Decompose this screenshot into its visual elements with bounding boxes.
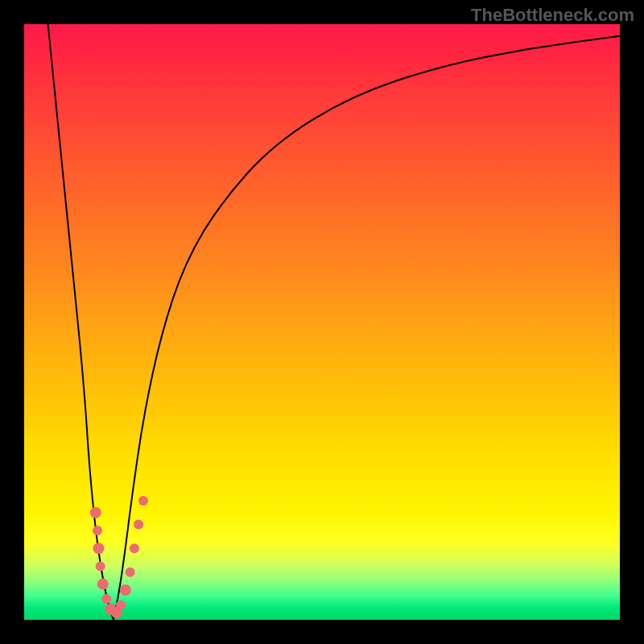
data-marker (96, 561, 105, 571)
left-curve (48, 24, 114, 620)
chart-svg (24, 24, 620, 620)
data-marker (134, 520, 143, 530)
data-marker (138, 496, 148, 506)
data-marker (90, 507, 101, 518)
data-marker (101, 594, 111, 604)
data-marker (116, 601, 126, 610)
right-curve (114, 36, 620, 620)
data-marker (130, 543, 139, 553)
data-marker (93, 543, 105, 554)
data-marker (93, 526, 102, 535)
data-marker (126, 568, 135, 577)
data-marker (97, 579, 109, 590)
chart-plot-area (24, 24, 620, 620)
watermark-text: TheBottleneck.com (471, 5, 634, 26)
data-marker (120, 584, 131, 596)
